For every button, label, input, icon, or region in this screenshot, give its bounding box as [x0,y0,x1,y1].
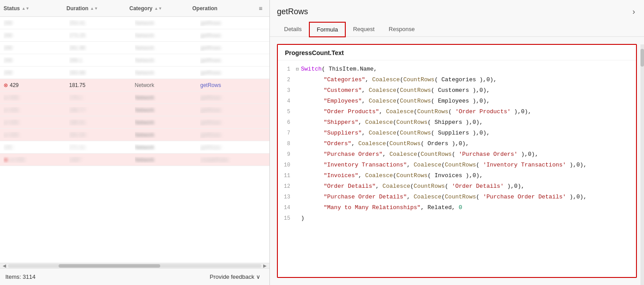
error-icon: ⊗ [4,82,8,88]
line-code-10: "Inventory Transactions", Coalesce(Count… [301,161,636,170]
formula-line-3: 3 "Customers", Coalesce(CountRows( Custo… [278,85,636,96]
line-code-8: "Orders", Coalesce(CountRows( Orders ),0… [301,139,636,148]
cell-duration: 1407 [69,157,135,163]
line-code-9: "Purchase Orders", Coalesce(CountRows( '… [301,150,636,159]
table-footer: Items: 3114 Provide feedback ∨ [0,268,269,285]
line-code-5: "Order Products", Coalesce(CountRows( 'O… [301,107,636,116]
column-menu-button[interactable]: ≡ [255,5,266,12]
cell-operation: getRows [200,70,266,76]
line-code-3: "Customers", Coalesce(CountRows( Custome… [301,86,636,95]
cell-status: 200 [4,57,69,63]
chevron-down-icon: ∨ [256,273,261,280]
table-row[interactable]: 200 253.41 Network getRows [0,17,269,29]
cell-category: Network [135,45,201,51]
line-num-1: 1 [278,65,294,74]
cell-operation-error: getRows [200,82,266,88]
cell-duration: 281.59 [69,132,135,138]
cell-category: Network [135,57,201,63]
cell-category: Network [135,132,201,138]
cell-duration: 273.25 [69,32,135,39]
table-row-error[interactable]: ⊗ 429 181.75 Network getRows [0,79,269,91]
scroll-track[interactable] [8,264,261,268]
cell-duration-error: 181.75 [69,82,135,88]
col-operation[interactable]: Operation [192,5,255,12]
table-row[interactable]: 200 271.41 Network getRows [0,141,269,154]
formula-line-5: 5 "Order Products", Coalesce(CountRows( … [278,107,636,117]
col-duration-label: Duration [67,5,88,12]
cell-category: Network [135,144,201,150]
cell-operation: getRows [200,132,266,138]
scroll-right-arrow[interactable]: ▶ [261,263,269,268]
tab-response[interactable]: Response [382,22,422,37]
table-row[interactable]: er 635 166.77 Network getRows [0,104,269,116]
col-status[interactable]: Status ▲▼ [4,5,67,12]
line-num-15: 15 [278,214,294,223]
table-row[interactable]: 200 283.88 Network getRows [0,67,269,79]
cell-operation: getRows [200,107,266,113]
col-category-sort-icon: ▲▼ [154,6,162,11]
scroll-left-arrow[interactable]: ◀ [1,263,8,268]
formula-line-9: 9 "Purchase Orders", Coalesce(CountRows(… [278,149,636,160]
table-row[interactable]: ⊗ er 635 1407 Network createRows [0,154,269,166]
line-code-2: "Categories", Coalesce(CountRows( Catego… [301,75,636,84]
line-num-9: 9 [278,150,294,159]
formula-line-2: 2 "Categories", Coalesce(CountRows( Cate… [278,75,636,85]
line-num-14: 14 [278,203,294,212]
provide-feedback-button[interactable]: Provide feedback ∨ [206,272,264,282]
scroll-thumb[interactable] [59,264,160,268]
right-panel-header: getRows › [270,0,644,22]
line-num-10: 10 [278,161,294,170]
right-scrollbar[interactable] [640,44,644,285]
items-count: Items: 3114 [5,273,36,280]
cell-status: ⊗ er 635 [4,157,69,163]
col-duration[interactable]: Duration ▲▼ [67,5,130,12]
line-num-12: 12 [278,182,294,191]
cell-category: Network [135,70,201,76]
line-num-5: 5 [278,107,294,116]
right-panel: getRows › Details Formula Request Respon… [270,0,644,285]
cell-status: er 635 [4,95,69,101]
formula-line-10: 10 "Inventory Transactions", Coalesce(Co… [278,160,636,170]
panel-title: getRows [277,7,308,16]
horizontal-scrollbar[interactable]: ◀ ▶ [0,263,269,268]
collapse-panel-button[interactable]: › [631,5,637,18]
table-row[interactable]: er 635 176.1 Network getRows [0,91,269,104]
formula-content: 1 ⊟ Switch( ThisItem.Name, 2 "Categories… [278,60,636,277]
line-code-1: Switch( ThisItem.Name, [301,65,636,74]
formula-line-14: 14 "Many to Many Relationships", Related… [278,202,636,213]
line-num-11: 11 [278,171,294,180]
tab-request[interactable]: Request [346,22,381,37]
cell-category: Network [135,157,201,163]
line-code-11: "Invoices", Coalesce(CountRows( Invoices… [301,171,636,180]
cell-duration: 186.91 [69,119,135,126]
table-row[interactable]: 200 261.96 Network getRows [0,42,269,54]
table-row[interactable]: er 635 186.91 Network getRows [0,116,269,129]
fold-icon-1[interactable]: ⊟ [294,65,301,74]
cell-category: Network [135,119,201,126]
col-category[interactable]: Category ▲▼ [130,5,193,12]
cell-operation: getRows [200,32,266,39]
line-num-4: 4 [278,97,294,106]
line-num-2: 2 [278,75,294,84]
line-num-13: 13 [278,193,294,202]
line-num-7: 7 [278,129,294,138]
left-panel: Status ▲▼ Duration ▲▼ Category ▲▼ Operat… [0,0,270,285]
cell-duration: 166.77 [69,107,135,113]
right-scrollbar-thumb[interactable] [640,49,644,67]
table-row[interactable]: 200 269.1 Network getRows [0,54,269,67]
cell-category: Network [135,95,201,101]
table-body: 200 253.41 Network getRows 200 273.25 Ne… [0,17,269,263]
table-row[interactable]: er 635 281.59 Network getRows [0,129,269,141]
line-code-7: "Suppliers", Coalesce(CountRows( Supplie… [301,129,636,138]
tab-details[interactable]: Details [277,22,309,37]
tab-formula[interactable]: Formula [309,22,346,37]
cell-operation: getRows [200,57,266,63]
cell-operation: getRows [200,144,266,150]
formula-line-12: 12 "Order Details", Coalesce(CountRows( … [278,181,636,192]
table-row[interactable]: 200 273.25 Network getRows [0,29,269,42]
formula-line-8: 8 "Orders", Coalesce(CountRows( Orders )… [278,139,636,149]
line-num-3: 3 [278,86,294,95]
cell-status: 200 [4,144,69,150]
cell-status: 200 [4,32,69,39]
feedback-label: Provide feedback [210,273,254,280]
